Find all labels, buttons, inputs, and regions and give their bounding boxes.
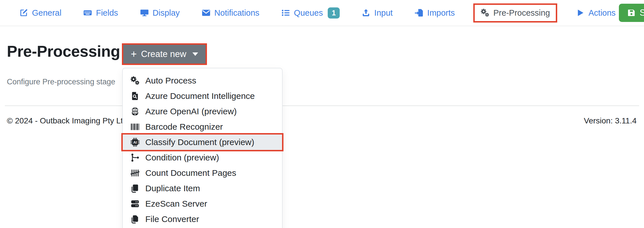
svg-text:AI: AI bbox=[133, 140, 137, 144]
save-button[interactable]: Save bbox=[619, 4, 644, 22]
upload-icon bbox=[361, 8, 371, 17]
edit-icon bbox=[19, 8, 28, 17]
menu-item-label: File Converter bbox=[145, 214, 199, 224]
nav-tab-label: Display bbox=[153, 8, 180, 18]
nav-tab-label: Input bbox=[374, 8, 393, 18]
save-floppy-icon bbox=[627, 8, 636, 17]
nav-tab-queues[interactable]: Queues1 bbox=[278, 3, 343, 23]
nav-tab-notifications[interactable]: Notifications bbox=[198, 4, 263, 22]
menu-item-label: Azure OpenAI (preview) bbox=[145, 107, 237, 116]
duplicate-icon bbox=[130, 184, 140, 193]
nav-tab-display[interactable]: Display bbox=[137, 4, 183, 22]
create-new-label: Create new bbox=[141, 49, 186, 59]
create-new-button[interactable]: + Create new bbox=[123, 45, 206, 64]
nav-tabs: GeneralFieldsDisplayNotificationsQueues1… bbox=[16, 3, 619, 23]
nav-tab-general[interactable]: General bbox=[16, 4, 65, 22]
version-text: Version: 3.11.4 bbox=[584, 116, 637, 125]
nav-tab-actions[interactable]: Actions bbox=[573, 4, 619, 22]
nav-tab-label: Pre-Processing bbox=[493, 8, 550, 18]
menu-item-label: EzeScan Server bbox=[145, 199, 207, 209]
nav-tab-label: Notifications bbox=[214, 8, 259, 18]
menu-item-file-converter[interactable]: File Converter bbox=[123, 211, 282, 227]
menu-item-label: Azure Document Intelligence bbox=[145, 91, 255, 101]
top-navbar: GeneralFieldsDisplayNotificationsQueues1… bbox=[0, 0, 644, 26]
menu-item-label: Condition (preview) bbox=[145, 153, 219, 162]
menu-item-azure-document-intelligence[interactable]: Azure Document Intelligence bbox=[123, 88, 282, 104]
envelope-icon bbox=[202, 8, 211, 17]
nav-tab-pre-processing[interactable]: Pre-Processing bbox=[473, 3, 557, 23]
nav-tab-label: Actions bbox=[589, 8, 616, 18]
menu-item-label: Classify Document (preview) bbox=[145, 137, 254, 147]
nav-tab-label: Fields bbox=[96, 8, 118, 18]
menu-item-ezescan-server[interactable]: EzeScan Server bbox=[123, 196, 282, 211]
nav-tab-label: Imports bbox=[427, 8, 455, 18]
menu-item-label: Duplicate Item bbox=[145, 184, 200, 193]
page-title: Pre-Processing bbox=[7, 42, 120, 60]
page-subtitle: Configure Pre-processing stage bbox=[7, 78, 115, 86]
menu-item-auto-process[interactable]: Auto Process bbox=[123, 73, 282, 88]
barcode-icon bbox=[130, 122, 140, 132]
copyright-text: © 2024 - Outback Imaging Pty Ltd bbox=[7, 116, 127, 125]
list-icon bbox=[281, 8, 290, 17]
branch-icon bbox=[130, 153, 140, 162]
plus-icon: + bbox=[131, 51, 137, 58]
menu-item-duplicate-item[interactable]: Duplicate Item bbox=[123, 181, 282, 196]
gears-icon bbox=[480, 8, 490, 17]
menu-item-label: Count Document Pages bbox=[145, 168, 236, 178]
menu-item-label: Auto Process bbox=[145, 76, 196, 85]
nav-tab-fields[interactable]: Fields bbox=[80, 4, 121, 22]
brain-circuit-icon bbox=[130, 107, 140, 116]
ezescan-settings-page: GeneralFieldsDisplayNotificationsQueues1… bbox=[0, 0, 644, 228]
menu-item-count-document-pages[interactable]: Count Document Pages bbox=[123, 165, 282, 181]
server-icon bbox=[130, 199, 140, 209]
divider bbox=[5, 105, 639, 106]
chip-ai-icon: AI bbox=[130, 137, 140, 147]
queues-count-badge: 1 bbox=[328, 7, 340, 19]
menu-item-label: Barcode Recognizer bbox=[145, 122, 223, 132]
gears-icon bbox=[130, 76, 140, 85]
create-new-dropdown-menu: Auto ProcessAzure Document IntelligenceA… bbox=[122, 68, 283, 228]
file-convert-icon bbox=[130, 214, 140, 224]
menu-item-azure-openai-preview[interactable]: Azure OpenAI (preview) bbox=[123, 104, 282, 119]
menu-item-barcode-recognizer[interactable]: Barcode Recognizer bbox=[123, 119, 282, 135]
keyboard-icon bbox=[83, 8, 92, 17]
save-button-label: Save bbox=[640, 8, 644, 18]
menu-item-classify-document-preview[interactable]: AIClassify Document (preview) bbox=[123, 135, 282, 150]
nav-tab-label: Queues bbox=[294, 8, 323, 18]
play-icon bbox=[576, 8, 585, 17]
nav-tab-imports[interactable]: Imports bbox=[411, 4, 458, 22]
nav-tab-input[interactable]: Input bbox=[358, 4, 396, 22]
create-new-annotation-box: + Create new bbox=[122, 43, 207, 65]
doc-search-icon bbox=[130, 91, 140, 101]
file-import-icon bbox=[414, 8, 424, 17]
display-icon bbox=[140, 8, 149, 17]
menu-item-condition-preview[interactable]: Condition (preview) bbox=[123, 150, 282, 165]
caret-down-icon bbox=[192, 52, 198, 56]
footer: © 2024 - Outback Imaging Pty Ltd Version… bbox=[7, 116, 637, 125]
tally-icon bbox=[130, 168, 140, 178]
nav-tab-label: General bbox=[32, 8, 61, 18]
